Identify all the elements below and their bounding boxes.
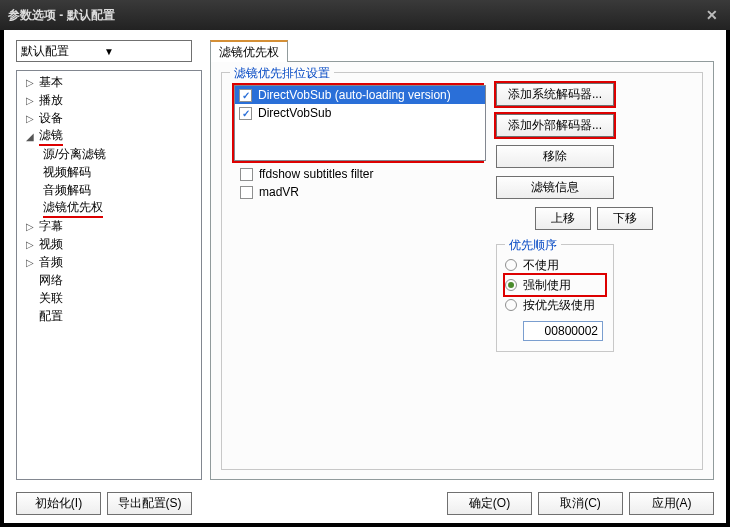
tree-item-device[interactable]: ▷设备 xyxy=(17,109,201,127)
tree-item-filter[interactable]: ◢滤镜 xyxy=(17,127,201,145)
add-external-decoder-button[interactable]: 添加外部解码器... xyxy=(496,114,614,137)
move-up-button[interactable]: 上移 xyxy=(535,207,591,230)
titlebar: 参数选项 - 默认配置 ✕ xyxy=(0,0,730,30)
profile-dropdown-value: 默认配置 xyxy=(21,43,104,60)
radio-by-level[interactable]: 按优先级使用 xyxy=(505,295,605,315)
expand-icon: ▷ xyxy=(23,77,37,88)
group-title: 滤镜优先排位设置 xyxy=(230,65,334,82)
tree-item-config[interactable]: 配置 xyxy=(17,307,201,325)
filter-info-button[interactable]: 滤镜信息 xyxy=(496,176,614,199)
tab-filter-priority[interactable]: 滤镜优先权 xyxy=(210,40,288,62)
ok-button[interactable]: 确定(O) xyxy=(447,492,532,515)
tree-item-video-decoder[interactable]: 视频解码 xyxy=(17,163,201,181)
checkbox-icon[interactable] xyxy=(239,107,252,120)
initialize-button[interactable]: 初始化(I) xyxy=(16,492,101,515)
radio-force[interactable]: 强制使用 xyxy=(505,275,605,295)
expand-icon: ▷ xyxy=(23,113,37,124)
filter-list[interactable]: DirectVobSub (auto-loading version) Dire… xyxy=(234,85,486,161)
filter-list-item[interactable]: ffdshow subtitles filter xyxy=(236,165,480,183)
collapse-icon: ◢ xyxy=(23,131,37,142)
tree-item-audio[interactable]: ▷音频 xyxy=(17,253,201,271)
tree-item-network[interactable]: 网络 xyxy=(17,271,201,289)
tree-item-basic[interactable]: ▷基本 xyxy=(17,73,201,91)
cancel-button[interactable]: 取消(C) xyxy=(538,492,623,515)
export-config-button[interactable]: 导出配置(S) xyxy=(107,492,192,515)
remove-button[interactable]: 移除 xyxy=(496,145,614,168)
checkbox-icon[interactable] xyxy=(240,168,253,181)
checkbox-icon[interactable] xyxy=(240,186,253,199)
close-icon[interactable]: ✕ xyxy=(702,5,722,25)
checkbox-icon[interactable] xyxy=(239,89,252,102)
filter-list-item[interactable]: DirectVobSub xyxy=(235,104,485,122)
expand-icon: ▷ xyxy=(23,221,37,232)
tree-item-video[interactable]: ▷视频 xyxy=(17,235,201,253)
expand-icon: ▷ xyxy=(23,239,37,250)
expand-icon: ▷ xyxy=(23,257,37,268)
radio-icon xyxy=(505,259,517,271)
filter-list-item[interactable]: DirectVobSub (auto-loading version) xyxy=(235,86,485,104)
move-down-button[interactable]: 下移 xyxy=(597,207,653,230)
tab-panel: 滤镜优先排位设置 DirectVobSub (auto-loading vers… xyxy=(210,61,714,480)
priority-title: 优先顺序 xyxy=(505,237,561,254)
tree-item-splitter[interactable]: 源/分离滤镜 xyxy=(17,145,201,163)
priority-group: 优先顺序 不使用 强制使用 按优先级使用 00800002 xyxy=(496,244,614,352)
tree-item-subtitle[interactable]: ▷字幕 xyxy=(17,217,201,235)
tree-item-filter-priority[interactable]: 滤镜优先权 xyxy=(17,199,201,217)
tree-item-assoc[interactable]: 关联 xyxy=(17,289,201,307)
priority-value-input[interactable]: 00800002 xyxy=(523,321,603,341)
expand-icon: ▷ xyxy=(23,95,37,106)
radio-icon xyxy=(505,279,517,291)
tree-item-audio-decoder[interactable]: 音频解码 xyxy=(17,181,201,199)
apply-button[interactable]: 应用(A) xyxy=(629,492,714,515)
radio-icon xyxy=(505,299,517,311)
tree-item-play[interactable]: ▷播放 xyxy=(17,91,201,109)
chevron-down-icon: ▼ xyxy=(104,46,187,57)
radio-disable[interactable]: 不使用 xyxy=(505,255,605,275)
settings-tree[interactable]: ▷基本 ▷播放 ▷设备 ◢滤镜 源/分离滤镜 视频解码 音频解码 滤镜优先权 ▷… xyxy=(16,70,202,480)
filter-list-item[interactable]: madVR xyxy=(236,183,480,201)
add-system-decoder-button[interactable]: 添加系统解码器... xyxy=(496,83,614,106)
profile-dropdown[interactable]: 默认配置 ▼ xyxy=(16,40,192,62)
window-title: 参数选项 - 默认配置 xyxy=(8,7,702,24)
